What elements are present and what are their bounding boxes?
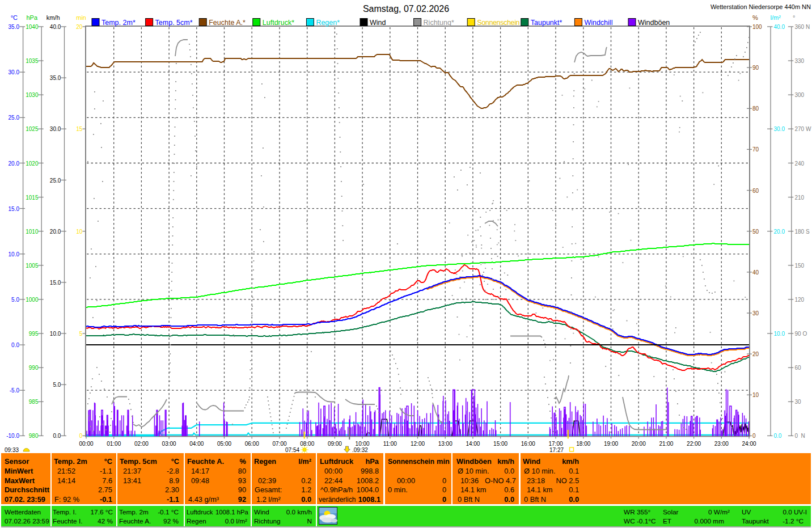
- svg-text:hPa: hPa: [26, 14, 37, 21]
- svg-text:30: 30: [795, 399, 802, 405]
- svg-text:10.0: 10.0: [50, 331, 61, 337]
- svg-text:25.0: 25.0: [9, 115, 20, 121]
- svg-text:21:00: 21:00: [659, 441, 673, 447]
- svg-text:23:00: 23:00: [714, 441, 729, 447]
- svg-text:35.0: 35.0: [50, 75, 61, 81]
- svg-text:240: 240: [795, 160, 805, 167]
- svg-text:km/h: km/h: [46, 14, 60, 21]
- svg-text:25.0: 25.0: [50, 178, 61, 184]
- svg-text:30.0: 30.0: [774, 126, 785, 132]
- svg-text:0.0: 0.0: [774, 433, 782, 439]
- svg-text:16:00: 16:00: [521, 441, 535, 447]
- svg-text:min: min: [76, 14, 86, 21]
- svg-text:Richtung*: Richtung*: [424, 19, 454, 27]
- svg-text:13:00: 13:00: [438, 441, 452, 447]
- svg-text:15.0: 15.0: [50, 280, 61, 286]
- svg-text:15: 15: [76, 126, 83, 132]
- svg-text:11:00: 11:00: [383, 441, 397, 447]
- svg-text:%: %: [752, 14, 758, 21]
- svg-text:00:00: 00:00: [79, 441, 93, 447]
- svg-text:60: 60: [752, 188, 759, 194]
- svg-text:360 N: 360 N: [795, 24, 810, 30]
- svg-text:Windchill: Windchill: [584, 19, 612, 27]
- svg-text:20: 20: [752, 351, 759, 357]
- svg-text:330: 330: [795, 58, 805, 64]
- svg-text:990: 990: [29, 365, 39, 371]
- svg-text:14:00: 14:00: [466, 441, 480, 447]
- svg-text:40: 40: [752, 269, 759, 276]
- svg-text:10.0: 10.0: [9, 251, 20, 257]
- svg-text:1020: 1020: [26, 160, 39, 167]
- svg-text:210: 210: [795, 195, 805, 201]
- svg-text:-5.0: -5.0: [10, 387, 20, 394]
- svg-text:19:00: 19:00: [604, 441, 618, 447]
- svg-text:40.0: 40.0: [774, 24, 785, 30]
- svg-text:1040: 1040: [26, 24, 39, 30]
- svg-text:04:00: 04:00: [189, 441, 204, 447]
- svg-text:15:00: 15:00: [493, 441, 508, 447]
- svg-text:300: 300: [795, 92, 805, 98]
- svg-text:1015: 1015: [26, 195, 39, 201]
- svg-text:18:00: 18:00: [576, 441, 590, 447]
- svg-text:50: 50: [752, 229, 759, 235]
- svg-text:Wind: Wind: [370, 19, 386, 27]
- svg-text:30.0: 30.0: [50, 126, 61, 132]
- svg-text:09:33: 09:33: [5, 447, 19, 453]
- svg-text:l/m²: l/m²: [771, 14, 781, 21]
- svg-text:10: 10: [752, 392, 759, 398]
- svg-text:70: 70: [752, 146, 759, 153]
- svg-text:12:00: 12:00: [411, 441, 425, 447]
- svg-text:15.0: 15.0: [9, 206, 20, 212]
- svg-text:5.0: 5.0: [11, 297, 19, 303]
- svg-text:40.0: 40.0: [50, 24, 61, 30]
- svg-text:1025: 1025: [26, 126, 39, 132]
- svg-text:-10.0: -10.0: [6, 433, 19, 439]
- svg-text:24:00: 24:00: [742, 441, 756, 447]
- svg-text:120: 120: [795, 297, 805, 303]
- svg-text:10.0: 10.0: [774, 331, 785, 337]
- svg-text:22:00: 22:00: [687, 441, 701, 447]
- svg-text:06:00: 06:00: [245, 441, 259, 447]
- svg-text:20.0: 20.0: [50, 229, 61, 235]
- svg-text:270 W: 270 W: [795, 126, 811, 132]
- svg-text:09:00: 09:00: [328, 441, 342, 447]
- svg-text:20.0: 20.0: [774, 229, 785, 235]
- svg-text:100: 100: [752, 24, 762, 30]
- svg-text:Taupunkt*: Taupunkt*: [531, 19, 563, 27]
- svg-text:Windböen: Windböen: [638, 19, 670, 27]
- svg-text:07:00: 07:00: [272, 441, 286, 447]
- svg-text:0.0: 0.0: [53, 433, 61, 439]
- svg-text:180 S: 180 S: [795, 229, 810, 235]
- svg-text:1005: 1005: [26, 263, 39, 269]
- svg-text:1030: 1030: [26, 92, 39, 98]
- svg-text:35.0: 35.0: [9, 24, 20, 30]
- svg-text:°: °: [793, 14, 795, 21]
- svg-text:90 O: 90 O: [795, 331, 807, 337]
- svg-text:02:00: 02:00: [134, 441, 149, 447]
- svg-text:Temp. 5cm*: Temp. 5cm*: [155, 19, 193, 27]
- svg-text:30: 30: [752, 310, 759, 316]
- svg-text:Sonnenschein: Sonnenschein: [477, 19, 519, 27]
- svg-text:0: 0: [752, 433, 756, 439]
- svg-text:17:00: 17:00: [548, 441, 563, 447]
- svg-text:60: 60: [795, 365, 802, 371]
- svg-text:17:27: 17:27: [549, 447, 564, 453]
- svg-text:0.0: 0.0: [11, 342, 19, 348]
- svg-text:07:54: 07:54: [285, 447, 299, 453]
- svg-text:.09:32: .09:32: [352, 447, 368, 453]
- svg-text:20.0: 20.0: [9, 160, 20, 167]
- svg-text:1010: 1010: [26, 229, 39, 235]
- svg-text:10:00: 10:00: [356, 441, 370, 447]
- svg-text:08:00: 08:00: [300, 441, 314, 447]
- svg-text:Feuchte A.*: Feuchte A.*: [209, 19, 246, 27]
- svg-text:30.0: 30.0: [9, 69, 20, 75]
- svg-text:Luftdruck*: Luftdruck*: [263, 19, 294, 27]
- svg-text:0 N: 0 N: [795, 433, 805, 439]
- svg-text:980: 980: [29, 433, 39, 439]
- svg-text:985: 985: [29, 399, 39, 405]
- svg-text:°C: °C: [11, 14, 18, 21]
- svg-text:80: 80: [752, 105, 759, 112]
- svg-text:150: 150: [795, 263, 805, 269]
- svg-text:1000: 1000: [26, 297, 39, 303]
- svg-text:03:00: 03:00: [162, 441, 176, 447]
